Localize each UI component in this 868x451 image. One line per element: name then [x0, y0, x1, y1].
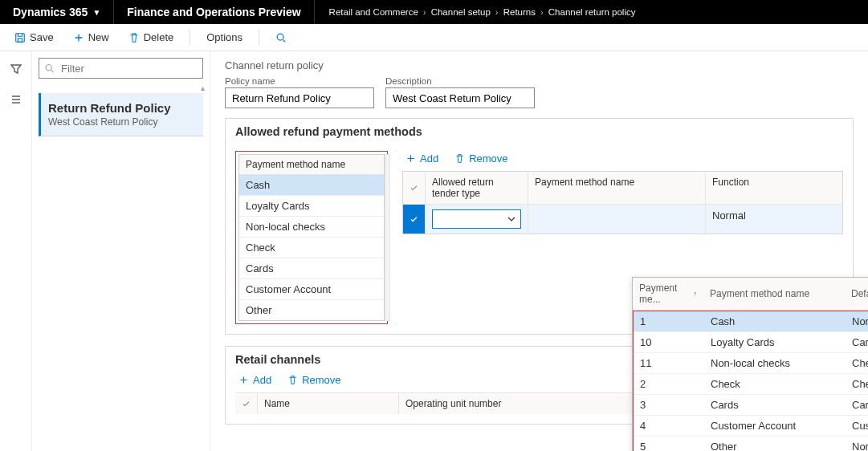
search-button[interactable] — [269, 29, 293, 47]
plus-icon — [238, 375, 249, 385]
lookup-row[interactable]: 2 Check Check — [634, 374, 868, 395]
filter-field[interactable] — [39, 58, 203, 79]
select-all-checkbox[interactable] — [235, 393, 258, 414]
add-label: Add — [420, 152, 438, 165]
list-item[interactable]: Customer Account — [239, 279, 384, 300]
cell: 5 — [634, 437, 704, 451]
list-toggle[interactable] — [6, 90, 26, 109]
plus-icon — [73, 32, 84, 43]
list-item[interactable]: Non-local checks — [239, 217, 384, 238]
scroll-up-icon[interactable]: ▴ — [201, 83, 205, 92]
check-icon — [410, 184, 418, 193]
cell: Customer — [846, 416, 868, 436]
column-header[interactable]: Payment method name — [528, 172, 706, 204]
function-cell[interactable]: Normal — [706, 205, 842, 234]
remove-label: Remove — [469, 152, 507, 165]
header-label: Payment me... — [639, 282, 691, 305]
brand-name: Dynamics 365 — [13, 6, 88, 18]
list-item[interactable]: Check — [239, 238, 384, 258]
lookup-header-row: Payment me... ↑ Payment method name Defa… — [633, 278, 868, 311]
grid-row[interactable]: Normal — [403, 204, 842, 234]
check-icon — [242, 400, 251, 408]
lookup-row[interactable]: 4 Customer Account Customer — [634, 416, 868, 437]
cell: Card — [846, 332, 868, 352]
field-label: Description — [385, 76, 535, 86]
description-input[interactable] — [385, 87, 535, 108]
lookup-row[interactable]: 3 Cards Card — [634, 395, 868, 416]
add-label: Add — [253, 374, 271, 386]
list-icon — [10, 93, 22, 106]
check-icon — [410, 215, 418, 224]
filter-input[interactable] — [59, 62, 198, 75]
column-header[interactable]: Payment method name — [239, 155, 384, 175]
remove-button[interactable]: Remove — [284, 372, 344, 388]
add-button[interactable]: Add — [235, 372, 275, 388]
lookup-row[interactable]: 11 Non-local checks Check — [634, 353, 868, 374]
cell: Loyalty Cards — [704, 332, 846, 352]
delete-button[interactable]: Delete — [122, 28, 181, 47]
remove-button[interactable]: Remove — [451, 151, 511, 166]
svg-rect-0 — [16, 33, 25, 42]
payment-method-cell[interactable] — [528, 205, 706, 234]
column-header[interactable]: Function — [706, 172, 842, 204]
cell: Non-local checks — [704, 353, 846, 373]
chevron-right-icon: › — [423, 7, 426, 17]
delete-label: Delete — [144, 31, 174, 43]
cell: Normal — [846, 311, 868, 331]
tender-type-lookup[interactable]: Payment me... ↑ Payment method name Defa… — [632, 277, 868, 451]
brand-switcher[interactable]: Dynamics 365 ▼ — [0, 0, 114, 24]
new-button[interactable]: New — [67, 28, 116, 47]
breadcrumb-item[interactable]: Channel setup — [431, 7, 491, 17]
cell: 2 — [634, 374, 704, 394]
cell: 1 — [634, 311, 704, 331]
tender-type-dropdown[interactable] — [432, 209, 521, 229]
scrollbar[interactable] — [385, 154, 390, 321]
list-item[interactable]: Cards — [239, 258, 384, 279]
lookup-highlight: 1 Cash Normal 10 Loyalty Cards Card 11 N… — [633, 311, 868, 451]
list-item[interactable]: Loyalty Cards — [239, 196, 384, 217]
list-item-title: Return Refund Policy — [48, 101, 194, 115]
add-button[interactable]: Add — [402, 151, 442, 166]
cell: Check — [846, 374, 868, 394]
lookup-row[interactable]: 10 Loyalty Cards Card — [634, 332, 868, 353]
tender-type-cell[interactable] — [426, 205, 528, 234]
column-header[interactable]: Allowed return tender type — [426, 172, 528, 204]
breadcrumb-item[interactable]: Returns — [503, 7, 536, 17]
column-header[interactable]: Name — [258, 393, 399, 414]
command-bar: Save New Delete Options — [0, 24, 868, 51]
breadcrumb: Retail and Commerce › Channel setup › Re… — [315, 7, 650, 17]
row-checkbox[interactable] — [403, 205, 426, 234]
list-item[interactable]: Other — [239, 300, 384, 320]
options-button[interactable]: Options — [200, 28, 249, 47]
remove-label: Remove — [302, 374, 340, 386]
field-label: Policy name — [225, 76, 374, 86]
trash-icon — [287, 375, 298, 385]
module-title[interactable]: Finance and Operations Preview — [114, 0, 314, 24]
lookup-row[interactable]: 1 Cash Normal — [634, 311, 868, 332]
policy-name-input[interactable] — [225, 87, 374, 108]
breadcrumb-item[interactable]: Channel return policy — [548, 7, 636, 17]
trash-icon — [128, 32, 140, 43]
column-header[interactable]: Default function — [845, 278, 868, 310]
chevron-down-icon — [507, 215, 516, 223]
column-header[interactable]: Payment me... ↑ — [633, 278, 703, 310]
cell: Cards — [704, 395, 846, 415]
page-title: Channel return policy — [225, 59, 854, 71]
grid-header-row: Allowed return tender type Payment metho… — [403, 172, 842, 204]
cell: 10 — [634, 332, 704, 352]
chevron-right-icon: › — [540, 7, 544, 17]
filter-toggle[interactable] — [6, 59, 26, 79]
list-item[interactable]: Cash — [239, 175, 384, 196]
save-button[interactable]: Save — [8, 28, 60, 47]
save-label: Save — [30, 31, 54, 43]
policy-list-item[interactable]: Return Refund Policy West Coast Return P… — [39, 93, 203, 136]
lookup-row[interactable]: 5 Other Normal — [634, 437, 868, 451]
description-field: Description — [385, 76, 535, 108]
select-all-checkbox[interactable] — [403, 172, 426, 204]
svg-rect-1 — [18, 38, 22, 41]
breadcrumb-item[interactable]: Retail and Commerce — [329, 7, 418, 17]
options-label: Options — [206, 31, 242, 43]
column-header[interactable]: Payment method name — [703, 278, 845, 310]
grid-actions: Add Remove — [402, 151, 843, 166]
save-icon — [14, 32, 26, 43]
